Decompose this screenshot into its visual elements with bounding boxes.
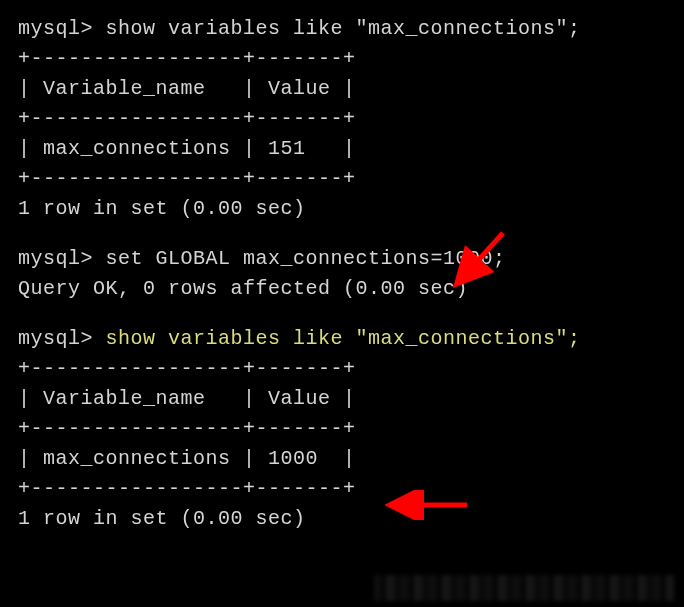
table-header: | Variable_name | Value | xyxy=(18,384,666,414)
mysql-prompt: mysql> xyxy=(18,17,106,40)
table-border: +-----------------+-------+ xyxy=(18,44,666,74)
result-footer: 1 row in set (0.00 sec) xyxy=(18,504,666,534)
command-line-2: mysql> set GLOBAL max_connections=1000; xyxy=(18,244,666,274)
command-text: set GLOBAL max_connections=1000; xyxy=(106,247,506,270)
table-row: | max_connections | 1000 | xyxy=(18,444,666,474)
table-border: +-----------------+-------+ xyxy=(18,414,666,444)
blank-line xyxy=(18,304,666,314)
command-line-3: mysql> show variables like "max_connecti… xyxy=(18,324,666,354)
mysql-prompt: mysql> xyxy=(18,247,106,270)
table-border: +-----------------+-------+ xyxy=(18,474,666,504)
mysql-prompt: mysql> xyxy=(18,327,106,350)
table-border: +-----------------+-------+ xyxy=(18,164,666,194)
blank-line xyxy=(18,234,666,244)
blank-line xyxy=(18,224,666,234)
table-header: | Variable_name | Value | xyxy=(18,74,666,104)
watermark-blur xyxy=(374,575,674,601)
command-line-1: mysql> show variables like "max_connecti… xyxy=(18,14,666,44)
command-text: show variables like "max_connections"; xyxy=(106,17,581,40)
blank-line xyxy=(18,314,666,324)
mysql-terminal: mysql> show variables like "max_connecti… xyxy=(18,14,666,534)
command-text-highlighted: show variables like "max_connections"; xyxy=(106,327,581,350)
table-row: | max_connections | 151 | xyxy=(18,134,666,164)
query-result: Query OK, 0 rows affected (0.00 sec) xyxy=(18,274,666,304)
table-border: +-----------------+-------+ xyxy=(18,354,666,384)
result-footer: 1 row in set (0.00 sec) xyxy=(18,194,666,224)
table-border: +-----------------+-------+ xyxy=(18,104,666,134)
